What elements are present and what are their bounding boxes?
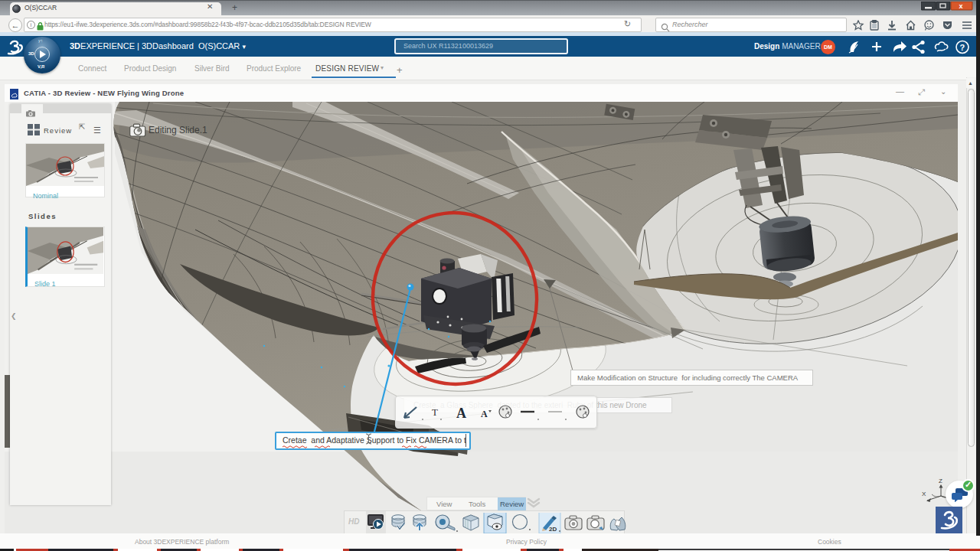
- svg-text:Z: Z: [939, 478, 942, 484]
- svg-text:2D: 2D: [549, 526, 557, 533]
- svg-text:T: T: [432, 406, 438, 418]
- svg-text:?: ?: [960, 43, 965, 52]
- svg-text:A: A: [456, 406, 466, 421]
- svg-text:X: X: [922, 491, 926, 497]
- svg-text:A: A: [481, 409, 488, 419]
- svg-text:x: x: [959, 2, 962, 10]
